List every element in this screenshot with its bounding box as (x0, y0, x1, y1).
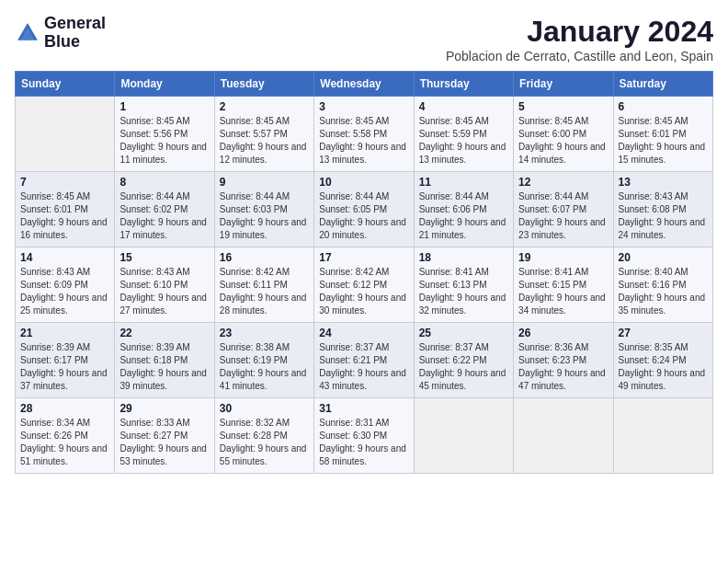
day-sunset: Sunset: 6:26 PM (20, 431, 88, 441)
day-sunset: Sunset: 6:11 PM (220, 280, 288, 290)
day-sunset: Sunset: 6:12 PM (319, 280, 387, 290)
day-number: 25 (419, 327, 508, 339)
day-daylight: Daylight: 9 hours and 41 minutes. (220, 368, 307, 391)
calendar-day-cell: 16 Sunrise: 8:42 AM Sunset: 6:11 PM Dayl… (214, 247, 313, 323)
day-daylight: Daylight: 9 hours and 15 minutes. (619, 142, 706, 165)
location-title: Poblacion de Cerrato, Castille and Leon,… (446, 49, 713, 63)
day-daylight: Daylight: 9 hours and 43 minutes. (319, 368, 406, 391)
day-sunrise: Sunrise: 8:31 AM (319, 418, 389, 428)
calendar-day-cell: 30 Sunrise: 8:32 AM Sunset: 6:28 PM Dayl… (214, 398, 313, 474)
day-sunset: Sunset: 6:01 PM (20, 204, 88, 214)
day-number: 3 (319, 100, 408, 113)
weekday-header-cell: Tuesday (214, 72, 313, 97)
day-daylight: Daylight: 9 hours and 19 minutes. (220, 217, 307, 240)
calendar-day-cell: 5 Sunrise: 8:45 AM Sunset: 6:00 PM Dayli… (514, 97, 613, 172)
day-daylight: Daylight: 9 hours and 14 minutes. (518, 142, 606, 165)
day-daylight: Daylight: 9 hours and 51 minutes. (20, 443, 108, 466)
day-sunrise: Sunrise: 8:42 AM (319, 267, 389, 277)
day-number: 4 (419, 100, 508, 113)
day-daylight: Daylight: 9 hours and 49 minutes. (619, 368, 706, 391)
calendar-table: SundayMondayTuesdayWednesdayThursdayFrid… (15, 71, 713, 474)
weekday-header-cell: Monday (115, 72, 214, 97)
calendar-day-cell: 8 Sunrise: 8:44 AM Sunset: 6:02 PM Dayli… (115, 172, 214, 247)
day-daylight: Daylight: 9 hours and 16 minutes. (20, 217, 108, 240)
day-number: 11 (419, 176, 508, 189)
day-sunset: Sunset: 6:15 PM (518, 280, 586, 290)
day-sunrise: Sunrise: 8:32 AM (220, 418, 290, 428)
day-sunrise: Sunrise: 8:41 AM (419, 267, 489, 277)
calendar-day-cell: 9 Sunrise: 8:44 AM Sunset: 6:03 PM Dayli… (214, 172, 313, 247)
day-number: 14 (20, 251, 109, 264)
day-daylight: Daylight: 9 hours and 58 minutes. (319, 443, 406, 466)
day-number: 12 (518, 176, 608, 189)
day-sunrise: Sunrise: 8:45 AM (20, 191, 90, 201)
month-title: January 2024 (446, 15, 713, 49)
day-sunrise: Sunrise: 8:36 AM (518, 342, 588, 352)
day-sunrise: Sunrise: 8:33 AM (119, 418, 189, 428)
day-number: 18 (419, 251, 508, 264)
day-daylight: Daylight: 9 hours and 17 minutes. (119, 217, 207, 240)
logo-icon (15, 20, 40, 46)
day-sunset: Sunset: 6:30 PM (319, 431, 387, 441)
day-number: 17 (319, 251, 408, 264)
title-area: January 2024 Poblacion de Cerrato, Casti… (446, 15, 713, 63)
weekday-header-cell: Friday (514, 72, 613, 97)
day-sunset: Sunset: 6:06 PM (419, 204, 487, 214)
day-daylight: Daylight: 9 hours and 28 minutes. (220, 293, 307, 316)
day-number: 7 (20, 176, 109, 189)
day-number: 23 (220, 327, 309, 339)
day-number: 27 (619, 327, 708, 339)
calendar-day-cell (414, 398, 513, 474)
day-sunrise: Sunrise: 8:45 AM (220, 116, 290, 126)
day-sunrise: Sunrise: 8:38 AM (220, 342, 290, 352)
logo: General Blue (15, 15, 106, 52)
calendar-week-row: 28 Sunrise: 8:34 AM Sunset: 6:26 PM Dayl… (16, 398, 713, 474)
day-sunset: Sunset: 6:03 PM (220, 204, 288, 214)
calendar-day-cell: 4 Sunrise: 8:45 AM Sunset: 5:59 PM Dayli… (414, 97, 513, 172)
header: General Blue January 2024 Poblacion de C… (15, 15, 713, 63)
calendar-day-cell: 10 Sunrise: 8:44 AM Sunset: 6:05 PM Dayl… (314, 172, 414, 247)
day-number: 29 (119, 402, 209, 415)
day-sunset: Sunset: 6:00 PM (518, 129, 586, 139)
day-number: 31 (319, 402, 408, 415)
day-sunrise: Sunrise: 8:45 AM (319, 116, 389, 126)
day-sunrise: Sunrise: 8:44 AM (518, 191, 588, 201)
calendar-day-cell: 25 Sunrise: 8:37 AM Sunset: 6:22 PM Dayl… (414, 323, 513, 398)
calendar-day-cell: 11 Sunrise: 8:44 AM Sunset: 6:06 PM Dayl… (414, 172, 513, 247)
day-sunrise: Sunrise: 8:37 AM (319, 342, 389, 352)
day-daylight: Daylight: 9 hours and 27 minutes. (119, 293, 207, 316)
day-daylight: Daylight: 9 hours and 13 minutes. (319, 142, 406, 165)
day-daylight: Daylight: 9 hours and 12 minutes. (220, 142, 307, 165)
day-sunset: Sunset: 6:08 PM (619, 204, 687, 214)
day-number: 6 (619, 100, 708, 113)
calendar-day-cell: 18 Sunrise: 8:41 AM Sunset: 6:13 PM Dayl… (414, 247, 513, 323)
calendar-day-cell: 3 Sunrise: 8:45 AM Sunset: 5:58 PM Dayli… (314, 97, 414, 172)
day-number: 1 (119, 100, 209, 113)
day-daylight: Daylight: 9 hours and 45 minutes. (419, 368, 506, 391)
day-number: 15 (119, 251, 209, 264)
day-sunrise: Sunrise: 8:45 AM (419, 116, 489, 126)
day-daylight: Daylight: 9 hours and 25 minutes. (20, 293, 108, 316)
day-sunset: Sunset: 6:13 PM (419, 280, 487, 290)
day-sunset: Sunset: 5:57 PM (220, 129, 288, 139)
day-sunset: Sunset: 6:17 PM (20, 355, 88, 365)
day-sunset: Sunset: 5:59 PM (419, 129, 487, 139)
logo-text: General Blue (44, 15, 106, 52)
day-number: 5 (518, 100, 608, 113)
calendar-day-cell: 27 Sunrise: 8:35 AM Sunset: 6:24 PM Dayl… (613, 323, 712, 398)
calendar-day-cell: 13 Sunrise: 8:43 AM Sunset: 6:08 PM Dayl… (613, 172, 712, 247)
day-daylight: Daylight: 9 hours and 47 minutes. (518, 368, 606, 391)
day-sunset: Sunset: 6:16 PM (619, 280, 687, 290)
day-sunset: Sunset: 6:24 PM (619, 355, 687, 365)
day-number: 10 (319, 176, 408, 189)
calendar-week-row: 7 Sunrise: 8:45 AM Sunset: 6:01 PM Dayli… (16, 172, 713, 247)
day-sunset: Sunset: 6:02 PM (119, 204, 188, 214)
day-daylight: Daylight: 9 hours and 23 minutes. (518, 217, 606, 240)
day-sunset: Sunset: 6:18 PM (119, 355, 188, 365)
day-daylight: Daylight: 9 hours and 39 minutes. (119, 368, 207, 391)
weekday-header-cell: Sunday (16, 72, 115, 97)
day-sunset: Sunset: 6:19 PM (220, 355, 288, 365)
calendar-day-cell: 23 Sunrise: 8:38 AM Sunset: 6:19 PM Dayl… (214, 323, 313, 398)
day-sunset: Sunset: 6:23 PM (518, 355, 586, 365)
calendar-day-cell: 31 Sunrise: 8:31 AM Sunset: 6:30 PM Dayl… (314, 398, 414, 474)
